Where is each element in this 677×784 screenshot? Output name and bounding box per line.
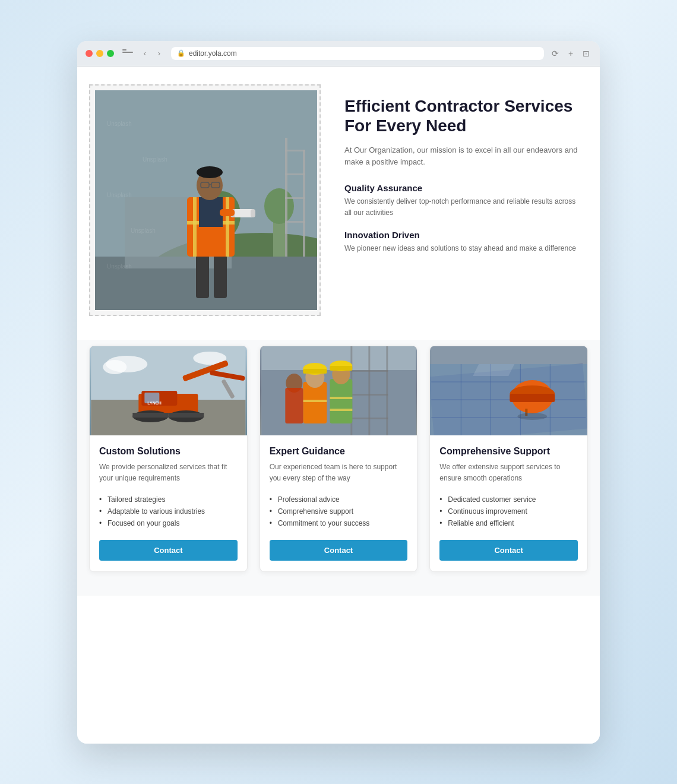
list-item: Reliable and efficient	[439, 517, 578, 529]
card-title-custom: Custom Solutions	[99, 446, 238, 457]
hero-text: Efficient Contractor Services For Every …	[344, 84, 582, 265]
svg-rect-21	[199, 197, 223, 227]
list-item: Comprehensive support	[270, 505, 408, 517]
traffic-light-green[interactable]	[107, 50, 114, 57]
card-title-comprehensive: Comprehensive Support	[439, 446, 578, 457]
hero-section: Unsplash Unsplash Unsplash Unsplash Unsp…	[77, 67, 600, 340]
feature-innovation-title: Innovation Driven	[344, 230, 582, 240]
svg-rect-66	[303, 369, 327, 374]
traffic-light-red[interactable]	[86, 50, 93, 57]
address-bar[interactable]: 🔒 editor.yola.com	[171, 47, 544, 60]
new-tab-icon[interactable]: +	[565, 48, 576, 59]
browser-actions: ⟳ + ⊡	[550, 48, 591, 59]
feature-quality-desc: We consistently deliver top-notch perfor…	[344, 196, 582, 219]
svg-point-40	[103, 360, 126, 374]
card-list-custom: Tailored strategies Adaptable to various…	[99, 494, 238, 529]
svg-rect-57	[368, 346, 370, 435]
svg-point-30	[197, 166, 223, 178]
more-icon[interactable]: ⊡	[581, 48, 591, 59]
svg-rect-58	[386, 346, 388, 435]
card-body-comprehensive: Comprehensive Support We offer extensive…	[430, 435, 587, 571]
list-item: Adaptable to various industries	[99, 505, 238, 517]
svg-rect-15	[196, 251, 209, 298]
svg-text:LYNCH: LYNCH	[147, 401, 161, 405]
traffic-light-yellow[interactable]	[96, 50, 103, 57]
cards-section: LYNCH Custom Solutions We provide person…	[77, 340, 600, 596]
browser-window: ‹ › 🔒 editor.yola.com ⟳ + ⊡	[77, 41, 600, 744]
svg-rect-28	[251, 209, 255, 217]
svg-rect-47	[132, 413, 168, 418]
traffic-lights	[86, 50, 114, 57]
svg-rect-62	[303, 382, 327, 423]
url-text: editor.yola.com	[189, 49, 237, 58]
lock-icon: 🔒	[177, 49, 185, 57]
feature-innovation-desc: We pioneer new ideas and solutions to st…	[344, 243, 582, 254]
list-item: Commitment to your success	[270, 517, 408, 529]
card-body-custom: Custom Solutions We provide personalized…	[90, 435, 247, 571]
svg-point-90	[518, 413, 548, 420]
svg-rect-29	[220, 209, 235, 216]
card-custom-solutions: LYNCH Custom Solutions We provide person…	[89, 346, 248, 572]
svg-rect-88	[510, 394, 555, 402]
card-image-excavator: LYNCH	[90, 346, 247, 435]
hero-title: Efficient Contractor Services For Every …	[344, 96, 582, 136]
browser-chrome: ‹ › 🔒 editor.yola.com ⟳ + ⊡	[77, 41, 600, 67]
svg-rect-67	[330, 379, 352, 423]
hero-image-wrapper: Unsplash Unsplash Unsplash Unsplash Unsp…	[89, 84, 321, 316]
svg-rect-61	[350, 418, 388, 419]
svg-rect-9	[285, 150, 305, 151]
svg-text:Unsplash: Unsplash	[107, 192, 132, 198]
feature-quality: Quality Assurance We consistently delive…	[344, 183, 582, 219]
svg-rect-19	[193, 197, 197, 257]
list-item: Tailored strategies	[99, 494, 238, 505]
card-image-workers	[260, 346, 417, 435]
card-list-expert: Professional advice Comprehensive suppor…	[270, 494, 408, 529]
card-desc-comprehensive: We offer extensive support services to e…	[439, 461, 578, 484]
hero-subtitle: At Our Organization, our mission is to e…	[344, 144, 582, 169]
card-desc-expert: Our experienced team is here to support …	[270, 461, 408, 484]
card-title-expert: Expert Guidance	[270, 446, 408, 457]
svg-rect-48	[168, 413, 204, 418]
feature-innovation: Innovation Driven We pioneer new ideas a…	[344, 230, 582, 254]
svg-rect-10	[285, 173, 305, 175]
list-item: Dedicated customer service	[439, 494, 578, 505]
svg-text:Unsplash: Unsplash	[107, 263, 132, 270]
nav-arrows: ‹ ›	[139, 48, 165, 59]
svg-rect-63	[303, 400, 327, 402]
svg-rect-68	[330, 397, 352, 399]
sidebar-toggle-icon[interactable]	[122, 49, 133, 58]
svg-text:Unsplash: Unsplash	[107, 121, 132, 127]
back-button[interactable]: ‹	[139, 48, 151, 59]
svg-rect-69	[330, 409, 352, 411]
forward-button[interactable]: ›	[153, 48, 165, 59]
card-comprehensive-support: Comprehensive Support We offer extensive…	[429, 346, 588, 572]
svg-rect-72	[330, 366, 352, 371]
list-item: Continuous improvement	[439, 505, 578, 517]
share-icon[interactable]: ⟳	[550, 48, 561, 59]
contact-button-custom[interactable]: Contact	[99, 540, 238, 561]
card-list-comprehensive: Dedicated customer service Continuous im…	[439, 494, 578, 529]
feature-quality-title: Quality Assurance	[344, 183, 582, 193]
hero-image: Unsplash Unsplash Unsplash Unsplash Unsp…	[95, 90, 317, 310]
list-item: Professional advice	[270, 494, 408, 505]
contact-button-expert[interactable]: Contact	[270, 540, 408, 561]
svg-rect-59	[350, 370, 388, 372]
card-expert-guidance: Expert Guidance Our experienced team is …	[260, 346, 418, 572]
card-body-expert: Expert Guidance Our experienced team is …	[260, 435, 417, 571]
svg-text:Unsplash: Unsplash	[143, 156, 167, 163]
cards-grid: LYNCH Custom Solutions We provide person…	[89, 346, 588, 572]
svg-rect-60	[350, 394, 388, 396]
svg-rect-20	[226, 197, 229, 257]
svg-point-6	[264, 188, 294, 224]
browser-content: Unsplash Unsplash Unsplash Unsplash Unsp…	[77, 67, 600, 744]
list-item: Focused on your goals	[99, 517, 238, 529]
dashed-border-box: Unsplash Unsplash Unsplash Unsplash Unsp…	[89, 84, 321, 316]
contact-button-comprehensive[interactable]: Contact	[439, 540, 578, 561]
card-desc-custom: We provide personalized services that fi…	[99, 461, 238, 484]
svg-text:Unsplash: Unsplash	[131, 227, 156, 234]
card-image-solar	[430, 346, 587, 435]
svg-marker-85	[473, 364, 515, 376]
svg-rect-12	[285, 221, 305, 223]
svg-rect-74	[285, 388, 303, 423]
svg-rect-11	[285, 197, 305, 199]
